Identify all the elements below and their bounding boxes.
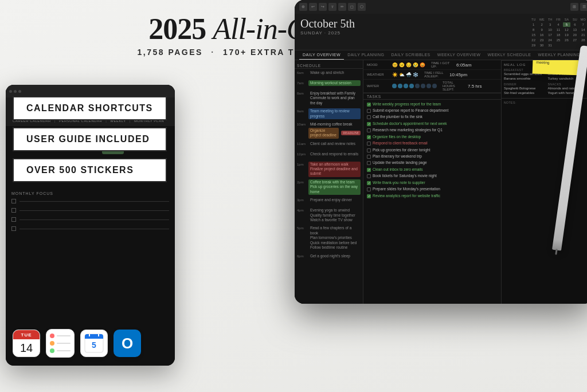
schedule-column: SCHEDULE 6am Wake up and stretch 7am Mor… — [295, 60, 363, 304]
task-item: ✓ Write weekly progress report for the t… — [367, 101, 498, 107]
focus-checkbox — [11, 208, 16, 213]
task-item: ✓ Clean out inbox to zero emails — [367, 166, 498, 173]
task-checkbox[interactable] — [367, 142, 371, 146]
task-item: ✓ Schedule doctor's appointment for next… — [367, 120, 498, 127]
app-icon-outlook: O — [114, 330, 141, 357]
task-text: Schedule doctor's appointment for next w… — [373, 121, 447, 126]
water-dot — [398, 84, 402, 88]
task-text: Pick up groceries for dinner tonight — [373, 148, 430, 152]
tr-tool-icon: ⬡ — [358, 3, 366, 11]
app-icon-reminders — [46, 329, 75, 358]
tablet-right: ⊕ ↩ ↪ T ✏ ◻ ⬡ ⊞ ☰ Oc — [295, 0, 587, 304]
badge-calendar-shortcuts: CALENDAR SHORTCUTS — [13, 96, 167, 120]
tab-weekly-planning[interactable]: WEEKLY PLANNING — [534, 50, 584, 60]
svg-rect-2 — [85, 336, 103, 339]
focus-line-content — [19, 210, 169, 211]
tab-daily-overview[interactable]: DAILY OVERVIEW — [299, 50, 344, 60]
tab-daily-planning[interactable]: DAILY PLANNING — [344, 50, 388, 60]
toolbar-dot3 — [18, 90, 21, 93]
task-checkbox[interactable]: ✓ — [367, 168, 371, 172]
weather-label: WEATHER — [367, 73, 390, 76]
task-text: Respond to client feedback email — [373, 141, 428, 146]
tr-mini-calendar: TUWETHFRSASUMO 1234567 891011121314 1516… — [530, 17, 587, 48]
tr-tool-icon-right: ⊞ — [570, 3, 578, 11]
focus-line-content — [19, 219, 169, 220]
water-dot — [409, 84, 414, 88]
badge-calendar-shortcuts-text: CALENDAR SHORTCUTS — [26, 103, 153, 113]
task-text: Clean out inbox to zero emails — [373, 167, 422, 172]
focus-checkbox — [11, 226, 16, 231]
right-section: ⊕ ↩ ↪ T ✏ ◻ ⬡ ⊞ ☰ Oc — [266, 0, 587, 321]
task-checkbox[interactable] — [367, 115, 371, 119]
tab-daily-scribbles[interactable]: DAILY SCRIBBLES — [388, 50, 433, 60]
task-checkbox[interactable] — [367, 174, 371, 178]
tr-date-title: October 5th — [300, 17, 355, 30]
calendar-day-number: 14 — [13, 339, 40, 356]
tasks-list: ✓ Write weekly progress report for the t… — [363, 100, 501, 201]
tr-tool-icon-right: ☰ — [580, 3, 587, 11]
task-item: Book tickets for Saturday's movie night — [367, 173, 498, 179]
time-got-up-label: TIME I GOT UP: — [431, 61, 454, 68]
app-icon-google-calendar: 5 — [80, 330, 108, 357]
dot1: · — [211, 48, 218, 57]
water-dot-empty — [421, 84, 425, 88]
water-dot — [392, 84, 397, 88]
tr-tabs[interactable]: DAILY OVERVIEW DAILY PLANNING DAILY SCRI… — [295, 50, 587, 60]
task-text: Update the website landing page — [373, 160, 427, 165]
outlook-letter: O — [122, 335, 133, 352]
task-item: Respond to client feedback email — [367, 140, 498, 147]
task-text: Plan itinerary for weekend trip — [373, 154, 422, 159]
task-checkbox[interactable]: ✓ — [367, 135, 371, 139]
focus-line-content — [19, 201, 169, 202]
task-checkbox[interactable] — [367, 155, 371, 159]
tr-tool-icon: T — [328, 3, 336, 11]
task-checkbox[interactable]: ✓ — [367, 194, 371, 198]
badge-stickers-text: OVER 500 STICKERS — [26, 165, 134, 175]
task-text: Prepare slides for Monday's presentation — [373, 187, 440, 191]
monthly-focus-section: MONTHLY FOCUS — [6, 187, 175, 236]
task-checkbox[interactable] — [367, 148, 371, 152]
task-item: ✓ Write thank-you note to supplier — [367, 179, 498, 186]
tr-tool-icon: ⊕ — [299, 3, 307, 11]
notes-sticky: Don't forget toreview thepresentationsli… — [533, 60, 580, 75]
task-item: ✓ Review analytics report for website tr… — [367, 193, 498, 199]
tr-date-subtitle: SUNDAY · 2025 — [300, 30, 355, 36]
tr-tool-icon: ✏ — [338, 3, 346, 11]
task-text: Write thank-you note to supplier — [373, 181, 425, 185]
task-item: Research new marketing strategies for Q1 — [367, 127, 498, 134]
badge-stickers: OVER 500 STICKERS — [13, 158, 167, 182]
task-checkbox[interactable]: ✓ — [367, 181, 371, 185]
time-asleep-value: 10:45pm — [449, 72, 467, 77]
main-column: MOOD 😊 😐 😔 😢 😡 TIME I GOT UP: 6:05am — [363, 60, 501, 304]
task-checkbox[interactable]: ✓ — [367, 122, 371, 126]
tr-tool-icon: ◻ — [348, 3, 356, 11]
mood-label: MOOD — [367, 63, 390, 66]
task-item: Call the plumber to fix the sink — [367, 114, 498, 120]
tab-weekly-schedule[interactable]: WEEKLY SCHEDULE — [484, 50, 534, 60]
time-got-up-value: 6:05am — [456, 62, 472, 68]
task-text: Submit expense report to Finance departm… — [373, 108, 448, 113]
svg-text:5: 5 — [92, 340, 96, 350]
task-checkbox[interactable] — [367, 187, 371, 191]
feature-badges: CALENDAR SHORTCUTS USER GUIDE INCLUDED O… — [13, 96, 167, 182]
task-item: Pick up groceries for dinner tonight — [367, 147, 498, 153]
sticky-text: Don't forget toreview thepresentationsli… — [536, 60, 576, 66]
task-text: Write weekly progress report for the tea… — [373, 102, 441, 107]
task-text: Organize files on the desktop — [373, 135, 421, 139]
tab-weekly-overview[interactable]: WEEKLY OVERVIEW — [434, 50, 484, 60]
toolbar-dot1 — [9, 90, 12, 93]
focus-checkbox — [11, 217, 16, 222]
tr-tool-icon: ↩ — [309, 3, 317, 11]
task-checkbox[interactable] — [367, 109, 371, 113]
task-checkbox[interactable]: ✓ — [367, 103, 371, 107]
dinner-value: Spaghetti BologneseStir-fried vegetables — [504, 86, 547, 96]
task-checkbox[interactable] — [367, 128, 371, 132]
task-checkbox[interactable] — [367, 161, 371, 165]
tasks-header: TASKS — [367, 95, 498, 99]
time-asleep-label: TIME I FELL ASLEEP: — [424, 71, 447, 78]
water-dot-empty — [415, 84, 420, 88]
app-icons-row: TUE 14 5 O — [13, 329, 141, 358]
hours-slept-label: TOTAL HOURS SLEPT: — [443, 81, 465, 91]
task-item: ✓ Organize files on the desktop — [367, 134, 498, 140]
water-dot-empty — [432, 84, 437, 88]
